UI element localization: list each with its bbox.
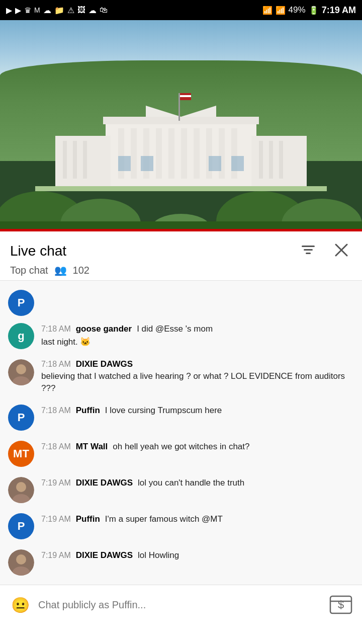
list-item: MT 7:18 AM MT Wall oh hell yeah we got w… (0, 436, 362, 472)
message-time: 7:18 AM (41, 406, 71, 415)
message-text: lol Howling (138, 549, 179, 561)
message-text: I love cursing Trumpscum here (105, 405, 222, 417)
signal-icon: 📶 (276, 6, 286, 15)
svg-point-48 (16, 554, 26, 565)
status-icons-left: ▶ ▶ ♛ M ☁ 📁 ⚠ 🖼 ☁ 🛍 (6, 6, 108, 15)
svg-rect-38 (306, 253, 311, 254)
viewers-icon: 👥 (54, 264, 67, 276)
chat-header: Live chat Top chat 👥 102 (0, 231, 362, 281)
message-text: I did @Esse 's mom (137, 323, 213, 335)
close-button[interactable] (331, 239, 352, 262)
chat-subtitle: Top chat 👥 102 (10, 264, 352, 276)
svg-rect-24 (180, 95, 191, 97)
cloud-icon: ☁ (43, 6, 51, 15)
svg-rect-29 (231, 156, 244, 171)
list-item: 7:19 AM DIXIE DAWGS lol you can't handle… (0, 472, 362, 508)
message-time: 7:19 AM (41, 478, 71, 488)
svg-marker-12 (146, 106, 216, 117)
svg-rect-36 (302, 246, 315, 247)
svg-rect-20 (279, 141, 283, 179)
message-author: goose gander (76, 324, 132, 334)
top-chat-label: Top chat (10, 265, 48, 276)
battery-percent: 49% (289, 5, 306, 15)
cloud2-icon: ☁ (88, 6, 97, 15)
youtube2-icon: ▶ (15, 6, 21, 15)
svg-rect-17 (83, 141, 87, 179)
youtube-icon: ▶ (6, 6, 12, 15)
white-house-illustration (35, 91, 327, 191)
viewers-count: 102 (73, 265, 89, 276)
svg-rect-19 (269, 141, 273, 179)
avatar: MT (8, 441, 34, 467)
message-time: 7:19 AM (41, 551, 71, 560)
foreground-trees (0, 181, 362, 231)
avatar: P (8, 513, 34, 539)
svg-rect-6 (181, 128, 187, 179)
list-item: P 7:18 AM Puffin I love cursing Trumpscu… (0, 399, 362, 436)
svg-rect-2 (131, 128, 137, 179)
video-progress-bar[interactable] (0, 229, 362, 231)
message-author: DIXIE DAWGS (76, 359, 133, 369)
svg-rect-26 (118, 156, 131, 171)
svg-rect-28 (209, 156, 221, 171)
message-author: Puffin (76, 514, 100, 524)
message-text: believing that I watched a live hearing … (41, 370, 354, 394)
svg-rect-11 (103, 117, 259, 124)
filter-button[interactable] (298, 239, 319, 262)
message-content: 7:18 AM MT Wall oh hell yeah we got witc… (41, 441, 354, 453)
message-text: I'm a super famous witch @MT (105, 513, 223, 525)
message-time: 7:18 AM (41, 360, 71, 369)
svg-point-42 (16, 364, 26, 374)
avatar (8, 549, 34, 576)
close-icon (333, 242, 350, 259)
message-content: 7:19 AM Puffin I'm a super famous witch … (41, 513, 354, 525)
message-time: 7:19 AM (41, 515, 71, 524)
svg-text:$: $ (338, 598, 344, 611)
bag-icon: 🛍 (100, 6, 108, 15)
chat-messages-list: P g 7:18 AM goose gander I did @Esse 's … (0, 281, 362, 585)
avatar: P (8, 290, 34, 316)
message-continuation: last night. 🐱 (41, 336, 354, 348)
warning-icon: ⚠ (67, 6, 74, 15)
message-author: Puffin (76, 406, 100, 416)
svg-rect-25 (180, 97, 191, 99)
message-content: 7:19 AM DIXIE DAWGS lol you can't handle… (41, 477, 354, 489)
list-item: 7:18 AM DIXIE DAWGS believing that I wat… (0, 354, 362, 399)
video-player[interactable] (0, 20, 362, 231)
mastodon-icon: M (34, 6, 40, 14)
message-time: 7:18 AM (41, 442, 71, 451)
message-time: 7:18 AM (41, 325, 71, 334)
list-item: g 7:18 AM goose gander I did @Esse 's mo… (0, 318, 362, 354)
image-icon: 🖼 (77, 6, 85, 15)
avatar (8, 359, 34, 385)
filter-icon (300, 242, 317, 259)
message-content: 7:18 AM goose gander I did @Esse 's mom … (41, 323, 354, 348)
message-author: MT Wall (76, 442, 108, 452)
svg-rect-18 (259, 141, 263, 179)
folder-icon: 📁 (54, 6, 64, 15)
wifi-icon: 📶 (262, 6, 273, 15)
live-chat-title: Live chat (10, 243, 66, 259)
emoji-button[interactable]: 😐 (8, 593, 32, 617)
svg-rect-15 (63, 141, 67, 179)
svg-rect-27 (141, 156, 153, 171)
avatar: g (8, 323, 34, 349)
avatar: P (8, 405, 34, 431)
message-author: DIXIE DAWGS (76, 550, 133, 560)
message-author: DIXIE DAWGS (76, 478, 133, 488)
chat-input[interactable] (38, 593, 322, 617)
chat-input-bar: 😐 $ (0, 585, 362, 625)
message-text: oh hell yeah we got witches in chat? (113, 441, 249, 453)
crown-icon: ♛ (24, 6, 31, 15)
list-item: P 7:19 AM Puffin I'm a super famous witc… (0, 508, 362, 544)
message-content: 7:18 AM DIXIE DAWGS believing that I wat… (41, 359, 354, 394)
message-content: 7:19 AM DIXIE DAWGS lol Howling (41, 549, 354, 561)
message-text: lol you can't handle the truth (138, 477, 244, 489)
status-icons-right: 📶 📶 49% 🔋 7:19 AM (262, 5, 356, 16)
list-item: 7:19 AM DIXIE DAWGS lol Howling (0, 544, 362, 581)
svg-rect-7 (194, 128, 200, 179)
battery-icon: 🔋 (309, 6, 319, 15)
superchat-button[interactable]: $ (328, 592, 354, 618)
header-action-icons (298, 239, 352, 262)
svg-rect-4 (156, 128, 162, 179)
